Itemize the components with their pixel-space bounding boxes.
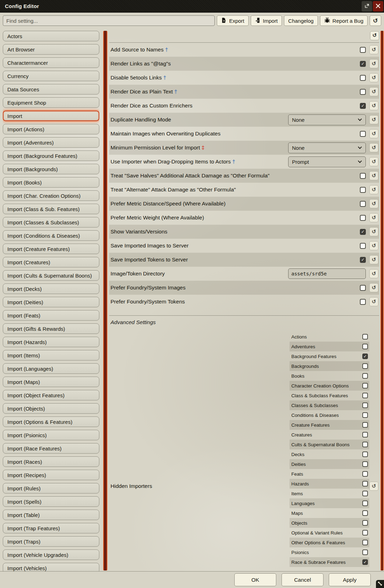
- popout-button[interactable]: [362, 1, 372, 12]
- sidebar-item[interactable]: Import (Deities): [3, 297, 99, 307]
- importer-checkbox[interactable]: [362, 500, 368, 506]
- reset-setting-button[interactable]: ↺: [369, 283, 378, 292]
- reset-setting-button[interactable]: ↺: [369, 297, 378, 306]
- sidebar-item[interactable]: Import (Object Features): [3, 390, 99, 400]
- sidebar-item[interactable]: Actors: [3, 31, 99, 41]
- reset-setting-button[interactable]: ↺: [369, 59, 378, 68]
- reset-setting-button[interactable]: ↺: [369, 255, 378, 264]
- sidebar-item[interactable]: Import (Languages): [3, 363, 99, 374]
- importer-checkbox[interactable]: [362, 471, 368, 477]
- importer-checkbox[interactable]: [362, 432, 368, 438]
- sidebar-item[interactable]: Import (Spells): [3, 496, 99, 507]
- reset-setting-button[interactable]: ↺: [369, 45, 378, 54]
- reset-setting-button[interactable]: ↺: [369, 269, 378, 278]
- reset-setting-button[interactable]: ↺: [369, 199, 378, 208]
- reset-section-button[interactable]: ↺: [370, 31, 379, 40]
- sidebar-item[interactable]: Import (Creature Features): [3, 244, 99, 254]
- importer-checkbox[interactable]: [362, 559, 368, 565]
- importer-checkbox[interactable]: [362, 540, 368, 545]
- sidebar-item[interactable]: Import (Table): [3, 510, 99, 520]
- setting-checkbox[interactable]: [360, 229, 366, 235]
- reset-all-button[interactable]: ↺: [370, 15, 381, 26]
- setting-checkbox[interactable]: [360, 75, 366, 81]
- search-input[interactable]: [3, 15, 215, 26]
- resize-handle[interactable]: [376, 580, 384, 588]
- setting-checkbox[interactable]: [360, 201, 366, 207]
- sidebar-item[interactable]: Import (Vehicles): [3, 563, 99, 571]
- sidebar-item[interactable]: Import (Options & Features): [3, 416, 99, 427]
- reset-setting-button[interactable]: ↺: [369, 143, 378, 152]
- importer-checkbox[interactable]: [362, 363, 368, 369]
- sidebar-item[interactable]: Import (Traps): [3, 536, 99, 547]
- sidebar-item[interactable]: Art Browser: [3, 44, 99, 55]
- sidebar-item[interactable]: Import (Decks): [3, 284, 99, 294]
- setting-checkbox[interactable]: [360, 89, 366, 95]
- sidebar-item[interactable]: Import (Class & Sub. Features): [3, 204, 99, 214]
- sidebar-item[interactable]: Import (Race Features): [3, 443, 99, 454]
- ok-button[interactable]: OK: [234, 573, 276, 586]
- setting-select[interactable]: Prompt: [288, 156, 366, 167]
- sidebar-item[interactable]: Import (Backgrounds): [3, 164, 99, 174]
- sidebar-item[interactable]: Import (Actions): [3, 124, 99, 134]
- reset-setting-button[interactable]: ↺: [369, 129, 378, 138]
- sidebar-item[interactable]: Import (Races): [3, 456, 99, 467]
- reset-hidden-importers-button[interactable]: ↺: [369, 482, 378, 491]
- sidebar-item[interactable]: Import (Trap Features): [3, 523, 99, 533]
- sidebar-item[interactable]: Import (Adventures): [3, 137, 99, 148]
- sidebar-item[interactable]: Import (Rules): [3, 483, 99, 493]
- import-button[interactable]: Import: [251, 15, 282, 26]
- importer-checkbox[interactable]: [362, 412, 368, 418]
- reset-setting-button[interactable]: ↺: [369, 73, 378, 82]
- sidebar-item[interactable]: Equipment Shop: [3, 97, 99, 108]
- content-scrollbar[interactable]: [381, 31, 384, 570]
- sidebar-item[interactable]: Import (Gifts & Rewards): [3, 323, 99, 334]
- importer-checkbox[interactable]: [362, 550, 368, 555]
- importer-checkbox[interactable]: [362, 530, 368, 536]
- sidebar-item[interactable]: Import (Objects): [3, 403, 99, 414]
- sidebar-item[interactable]: Import (Psionics): [3, 430, 99, 440]
- sidebar-item[interactable]: Import (Creatures): [3, 257, 99, 267]
- sidebar-item[interactable]: Import (Cults & Supernatural Boons): [3, 270, 99, 281]
- importer-checkbox[interactable]: [362, 334, 368, 340]
- reset-setting-button[interactable]: ↺: [369, 115, 378, 124]
- reset-setting-button[interactable]: ↺: [369, 171, 378, 180]
- importer-checkbox[interactable]: [362, 383, 368, 388]
- sidebar-item[interactable]: Import (Items): [3, 350, 99, 360]
- sidebar-item[interactable]: Charactermancer: [3, 57, 99, 68]
- importer-checkbox[interactable]: [362, 354, 368, 359]
- setting-checkbox[interactable]: [360, 257, 366, 263]
- importer-checkbox[interactable]: [362, 393, 368, 398]
- setting-checkbox[interactable]: [360, 47, 366, 53]
- report-bug-button[interactable]: Report a Bug: [320, 15, 368, 26]
- sidebar-item[interactable]: Import (Hazards): [3, 337, 99, 347]
- importer-checkbox[interactable]: [362, 461, 368, 467]
- sidebar-item[interactable]: Currency: [3, 71, 99, 81]
- reset-setting-button[interactable]: ↺: [369, 101, 378, 110]
- sidebar-item[interactable]: Import (Books): [3, 177, 99, 188]
- setting-checkbox[interactable]: [360, 215, 366, 221]
- reset-setting-button[interactable]: ↺: [369, 185, 378, 194]
- sidebar-item[interactable]: Import (Background Features): [3, 150, 99, 161]
- sidebar-item[interactable]: Import (Classes & Subclasses): [3, 217, 99, 227]
- cancel-button[interactable]: Cancel: [282, 573, 323, 586]
- importer-checkbox[interactable]: [362, 442, 368, 447]
- setting-select[interactable]: None: [288, 114, 366, 125]
- setting-checkbox[interactable]: [360, 243, 366, 249]
- sidebar-item[interactable]: Data Sources: [3, 84, 99, 94]
- sidebar-item[interactable]: Import (Maps): [3, 377, 99, 387]
- importer-checkbox[interactable]: [362, 451, 368, 457]
- importer-checkbox[interactable]: [362, 520, 368, 526]
- sidebar-item[interactable]: Import (Char. Creation Options): [3, 190, 99, 201]
- sidebar-item[interactable]: Import (Feats): [3, 310, 99, 321]
- importer-checkbox[interactable]: [362, 402, 368, 408]
- setting-checkbox[interactable]: [360, 187, 366, 193]
- importer-checkbox[interactable]: [362, 422, 368, 428]
- reset-setting-button[interactable]: ↺: [369, 213, 378, 222]
- setting-checkbox[interactable]: [360, 299, 366, 305]
- reset-setting-button[interactable]: ↺: [369, 157, 378, 166]
- sidebar-item[interactable]: Import: [3, 111, 99, 121]
- apply-button[interactable]: Apply: [329, 573, 371, 586]
- sidebar-item[interactable]: Import (Conditions & Diseases): [3, 230, 99, 241]
- importer-checkbox[interactable]: [362, 373, 368, 379]
- setting-checkbox[interactable]: [360, 173, 366, 179]
